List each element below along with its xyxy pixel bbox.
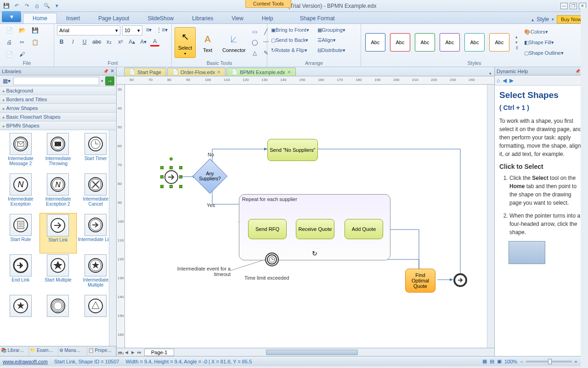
shape3-icon[interactable]: △: [250, 48, 260, 58]
canvas-scrollbar-v[interactable]: [487, 85, 494, 348]
shape-start-rule[interactable]: Start Rule: [2, 213, 40, 253]
shape-outline-button[interactable]: ▢ Shape Outline ▾: [523, 48, 565, 58]
strike-icon[interactable]: abc: [91, 37, 102, 46]
page-next-icon[interactable]: ▶: [130, 350, 136, 355]
qat-undo-icon[interactable]: ↶: [12, 1, 21, 11]
new-icon[interactable]: 📄: [5, 26, 14, 35]
save-icon[interactable]: 💾: [30, 26, 40, 35]
zoom-out-icon[interactable]: −: [520, 359, 523, 364]
doc-tabs-dropdown-icon[interactable]: ▾: [486, 71, 494, 76]
gateway-any-suppliers[interactable]: Any Suppliers?: [198, 164, 222, 189]
font-name-combo[interactable]: Arial▾: [57, 25, 120, 35]
font-size-combo[interactable]: 10▾: [122, 25, 142, 35]
superscript-icon[interactable]: x²: [116, 37, 125, 46]
align-button[interactable]: ☰ Align ▾: [317, 35, 358, 45]
bottom-tab-examples[interactable]: 📁 Exam…: [29, 346, 58, 356]
tab-slideshow[interactable]: SlideShow: [138, 13, 183, 23]
distribute-button[interactable]: ⊟ Distribute ▾: [317, 46, 358, 55]
view-full-icon[interactable]: ▣: [497, 358, 502, 364]
shape-fill-button[interactable]: ◧ Shape Fill ▾: [523, 38, 565, 47]
print-icon[interactable]: 🖨: [5, 38, 14, 47]
bring-front-button[interactable]: ▣ Bring to Front ▾: [270, 25, 312, 34]
zoom-slider[interactable]: [526, 361, 572, 362]
rotate-flip-button[interactable]: ↻ Rotate & Flip ▾: [270, 46, 312, 55]
bottom-tab-libraries[interactable]: 📚 Librar…: [0, 346, 29, 356]
task-send-rfq[interactable]: Send RFQ: [248, 219, 287, 239]
qat-print-icon[interactable]: ⎙: [32, 1, 41, 11]
grouping-button[interactable]: ▦ Grouping ▾: [317, 25, 358, 34]
doc-tab-start[interactable]: 📄 Start Page: [124, 68, 166, 76]
qat-save-icon[interactable]: 💾: [2, 1, 11, 11]
page-prev-icon[interactable]: ◀: [123, 350, 130, 355]
lib-go-icon[interactable]: →: [105, 76, 114, 86]
task-add-quote[interactable]: Add Quote: [345, 219, 383, 239]
styles-more-icon[interactable]: ⊻: [515, 46, 519, 50]
shape-intermediate-message-2[interactable]: Intermediate Message 2: [2, 132, 40, 172]
help-home-icon[interactable]: ⌂: [497, 77, 500, 84]
qat-redo-icon[interactable]: ↷: [22, 1, 31, 11]
tab-page-layout[interactable]: Page Layout: [89, 13, 138, 23]
connector-tool-button[interactable]: ⟀ Connector: [220, 30, 249, 55]
qat-zoom-icon[interactable]: 🔍: [42, 1, 51, 11]
selected-shape[interactable]: [162, 167, 181, 187]
canvas-scrollbar-h[interactable]: [183, 349, 494, 356]
underline-icon[interactable]: U: [80, 37, 89, 46]
zoom-in-icon[interactable]: +: [575, 359, 577, 364]
help-back-icon[interactable]: ◀: [503, 77, 507, 84]
tab-view[interactable]: View: [222, 13, 253, 23]
app-button[interactable]: ▾: [2, 11, 21, 22]
format-painter-icon[interactable]: 🖌: [17, 50, 27, 59]
style-dropdown[interactable]: Style: [537, 16, 549, 23]
close-icon[interactable]: ✕: [287, 69, 291, 75]
numbering-icon[interactable]: ⋮≡▾: [155, 25, 169, 34]
cut-icon[interactable]: ✂: [17, 38, 27, 47]
task-send-no-suppliers[interactable]: Send "No Suppliers": [267, 139, 318, 161]
shape1-icon[interactable]: ▭: [250, 27, 260, 36]
lib-cat-background[interactable]: Background: [0, 86, 116, 95]
view-outline-icon[interactable]: ▤: [490, 358, 494, 364]
tab-shape-format[interactable]: Shape Format: [291, 13, 344, 23]
view-normal-icon[interactable]: ▦: [482, 358, 487, 364]
style-preset-4[interactable]: Abc: [440, 33, 460, 52]
style-preset-2[interactable]: Abc: [390, 33, 410, 52]
shape-start-multiple[interactable]: Start Multiple: [40, 253, 77, 294]
lib-cat-bpmn[interactable]: BPMN Shapes: [0, 121, 116, 130]
italic-icon[interactable]: I: [68, 37, 78, 46]
style-preset-6[interactable]: Abc: [489, 33, 509, 52]
lib-cat-arrows[interactable]: Arrow Shapes: [0, 104, 116, 113]
bottom-tab-manager[interactable]: ⚙ Mana…: [58, 346, 87, 356]
task-find-optimal[interactable]: Find Optimal Quote: [405, 269, 435, 293]
styles-down-icon[interactable]: ▾: [515, 40, 519, 45]
minimize-button[interactable]: —: [560, 3, 568, 9]
qat-dropdown-icon[interactable]: ▾: [52, 1, 62, 11]
shape-end-link[interactable]: End Link: [2, 253, 40, 294]
help-scrollbar[interactable]: [581, 8, 588, 368]
libraries-close-icon[interactable]: ✕: [110, 68, 114, 74]
open-icon[interactable]: 📂: [17, 26, 27, 35]
tab-home[interactable]: Home: [23, 13, 57, 23]
page-tab-1[interactable]: Page-1: [144, 349, 174, 356]
bold-icon[interactable]: B: [57, 37, 66, 46]
shape-intermediate-throwing[interactable]: Intermediate Throwing: [40, 132, 77, 172]
shape2-icon[interactable]: ◯: [250, 38, 260, 47]
canvas[interactable]: Any Suppliers? No Yes Send "No Suppliers…: [125, 85, 487, 348]
shape-extra-2[interactable]: [40, 294, 77, 334]
start-link-event[interactable]: [164, 170, 178, 184]
shape-intermediate-exception[interactable]: NIntermediate Exception: [2, 172, 40, 213]
doc-tab-order-flow[interactable]: 📄 Order-Flow.edx✕: [167, 68, 226, 76]
paste-icon[interactable]: 📄: [5, 50, 14, 59]
page-last-icon[interactable]: ⏭: [136, 350, 142, 355]
colors-button[interactable]: 🎨 Colors ▾: [523, 27, 565, 36]
style-preset-5[interactable]: Abc: [464, 33, 485, 52]
bullets-icon[interactable]: ≡▾: [144, 25, 153, 34]
shapes-scrollbar[interactable]: [109, 130, 116, 346]
style-preset-1[interactable]: Abc: [365, 33, 385, 52]
maximize-button[interactable]: ❐: [570, 3, 577, 9]
font-shrink-icon[interactable]: A▾: [139, 37, 148, 46]
tab-insert[interactable]: Insert: [57, 13, 89, 23]
styles-up-icon[interactable]: ▴: [515, 34, 519, 39]
task-receive-quote[interactable]: Receive Quote: [296, 219, 334, 239]
send-back-button[interactable]: ▢ Send to Back ▾: [270, 35, 312, 45]
status-url[interactable]: www.edrawsoft.com: [3, 359, 48, 364]
shape-intermediate-exception-2[interactable]: NIntermediate Exception 2: [40, 172, 77, 213]
